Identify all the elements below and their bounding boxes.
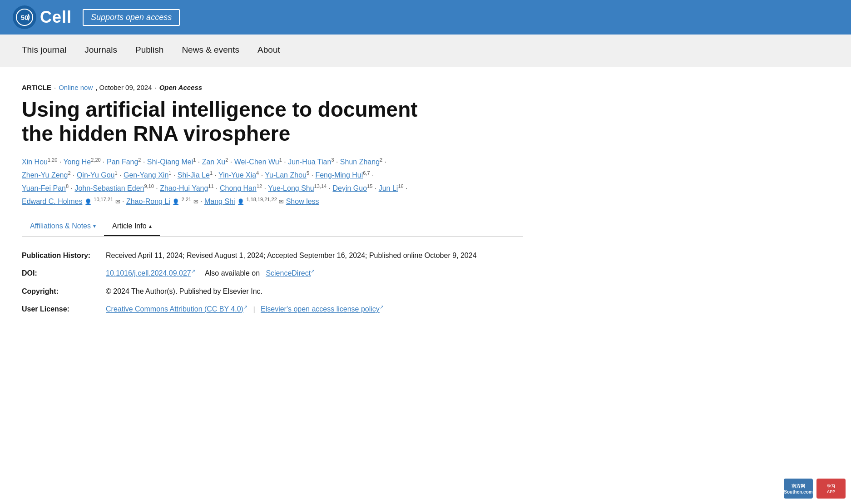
doi-row: DOI: 10.1016/j.cell.2024.09.027↗ Also av… (22, 267, 523, 280)
authors-line-4: Edward C. Holmes 👤 10,17,21 ✉ · Zhao-Ron… (22, 195, 523, 208)
author-zan-xu[interactable]: Zan Xu (202, 158, 226, 166)
nav-publish[interactable]: Publish (126, 35, 173, 67)
person-icon-holmes: 👤 (84, 198, 92, 205)
author-yong-he[interactable]: Yong He (63, 158, 91, 166)
author-pan-fang[interactable]: Pan Fang (107, 158, 138, 166)
author-zhao-hui-yang[interactable]: Zhao-Hui Yang (160, 184, 208, 192)
svg-text:50: 50 (21, 14, 29, 21)
copyright-row: Copyright: © 2024 The Author(s). Publish… (22, 285, 523, 297)
publication-info: Publication History: Received April 11, … (22, 249, 523, 315)
sciencedirect-link[interactable]: ScienceDirect (266, 270, 311, 277)
copyright-label: Copyright: (22, 285, 106, 297)
license-row: User License: Creative Commons Attributi… (22, 303, 523, 316)
elsevier-policy-ext-icon: ↗ (380, 304, 384, 310)
pub-history-label: Publication History: (22, 249, 106, 262)
author-shun-zhang[interactable]: Shun Zhang (340, 158, 380, 166)
main-nav: This journal Journals Publish News & eve… (0, 35, 851, 67)
person-icon-li: 👤 (172, 198, 179, 205)
nav-about[interactable]: About (248, 35, 289, 67)
envelope-icon-shi[interactable]: ✉ (279, 198, 284, 205)
license-label: User License: (22, 303, 106, 315)
nav-this-journal[interactable]: This journal (13, 35, 75, 67)
meta-date: , October 09, 2024 (95, 84, 152, 91)
nav-news-events[interactable]: News & events (173, 35, 248, 67)
author-yuan-fei-pan[interactable]: Yuan-Fei Pan (22, 184, 66, 192)
author-edward-holmes[interactable]: Edward C. Holmes (22, 198, 82, 205)
meta-dot-1: · (54, 84, 56, 91)
author-yue-long-shu[interactable]: Yue-Long Shu (268, 184, 314, 192)
author-jun-hua-tian[interactable]: Jun-Hua Tian (288, 158, 331, 166)
copyright-value: © 2024 The Author(s). Published by Elsev… (106, 285, 523, 297)
author-jun-li[interactable]: Jun Li (379, 184, 398, 192)
license-value: Creative Commons Attribution (CC BY 4.0)… (106, 303, 523, 316)
author-gen-yang-xin[interactable]: Gen-Yang Xin (124, 171, 168, 179)
doi-also-text: Also available on (205, 270, 260, 277)
elsevier-policy-link[interactable]: Elsevier's open access license policy (261, 306, 380, 313)
main-content: ARTICLE · Online now, October 09, 2024 ·… (0, 67, 545, 339)
open-access-label: Open Access (159, 84, 203, 91)
envelope-icon-li[interactable]: ✉ (193, 198, 198, 205)
meta-dot-2: · (154, 84, 156, 91)
cc-license-link[interactable]: Creative Commons Attribution (CC BY 4.0) (106, 306, 243, 313)
authors-line-1: Xin Hou1,20 · Yong He2,20 · Pan Fang2 · … (22, 156, 523, 169)
article-title: Using artificial intelligence to documen… (22, 98, 430, 146)
authors-section: Xin Hou1,20 · Yong He2,20 · Pan Fang2 · … (22, 156, 523, 209)
site-header: 50 Cell Supports open access (0, 0, 851, 35)
author-yin-yue-xia[interactable]: Yin-Yue Xia (218, 171, 256, 179)
sciencedirect-ext-icon: ↗ (311, 268, 315, 274)
article-type-label: ARTICLE (22, 84, 51, 91)
doi-value: 10.1016/j.cell.2024.09.027↗ Also availab… (106, 267, 523, 280)
doi-label: DOI: (22, 267, 106, 279)
chevron-down-icon: ▾ (93, 223, 96, 229)
logo-50-icon: 50 (13, 5, 36, 29)
author-shi-qiang-mei[interactable]: Shi-Qiang Mei (147, 158, 193, 166)
article-meta: ARTICLE · Online now, October 09, 2024 ·… (22, 84, 523, 91)
tab-article-info[interactable]: Article Info ▴ (104, 217, 160, 236)
tab-affiliations[interactable]: Affiliations & Notes ▾ (22, 217, 104, 236)
pub-history-row: Publication History: Received April 11, … (22, 249, 523, 262)
author-zhao-rong-li[interactable]: Zhao-Rong Li (126, 198, 170, 205)
license-separator: | (253, 306, 257, 313)
article-tabs: Affiliations & Notes ▾ Article Info ▴ (22, 217, 523, 237)
author-feng-ming-hui[interactable]: Feng-Ming Hui (315, 171, 363, 179)
author-mang-shi[interactable]: Mang Shi (204, 198, 235, 205)
author-yu-lan-zhou[interactable]: Yu-Lan Zhou (265, 171, 307, 179)
doi-link[interactable]: 10.1016/j.cell.2024.09.027 (106, 270, 191, 277)
person-icon-shi: 👤 (237, 198, 244, 205)
author-qin-yu-gou[interactable]: Qin-Yu Gou (77, 171, 115, 179)
chevron-up-icon: ▴ (149, 223, 152, 229)
author-zhen-yu-zeng[interactable]: Zhen-Yu Zeng (22, 171, 68, 179)
nav-journals[interactable]: Journals (75, 35, 126, 67)
show-less-button[interactable]: Show less (286, 198, 319, 205)
author-chong-han[interactable]: Chong Han (220, 184, 257, 192)
authors-line-2: Zhen-Yu Zeng2 · Qin-Yu Gou1 · Gen-Yang X… (22, 169, 523, 182)
open-access-badge: Supports open access (83, 9, 180, 26)
author-xin-hou[interactable]: Xin Hou (22, 158, 48, 166)
author-wei-chen-wu[interactable]: Wei-Chen Wu (234, 158, 279, 166)
envelope-icon-holmes[interactable]: ✉ (115, 198, 120, 205)
online-now-link[interactable]: Online now (59, 84, 93, 91)
license-ext-icon: ↗ (243, 304, 247, 310)
logo-cell-text: Cell (40, 8, 72, 27)
pub-history-value: Received April 11, 2024; Revised August … (106, 249, 523, 262)
author-shi-jia-le[interactable]: Shi-Jia Le (178, 171, 210, 179)
doi-ext-icon: ↗ (191, 268, 195, 274)
logo-area: 50 Cell (13, 5, 72, 29)
author-john-sebastian-eden[interactable]: John-Sebastian Eden (74, 184, 144, 192)
authors-line-3: Yuan-Fei Pan8 · John-Sebastian Eden9,10 … (22, 182, 523, 195)
author-deyin-guo[interactable]: Deyin Guo (332, 184, 367, 192)
